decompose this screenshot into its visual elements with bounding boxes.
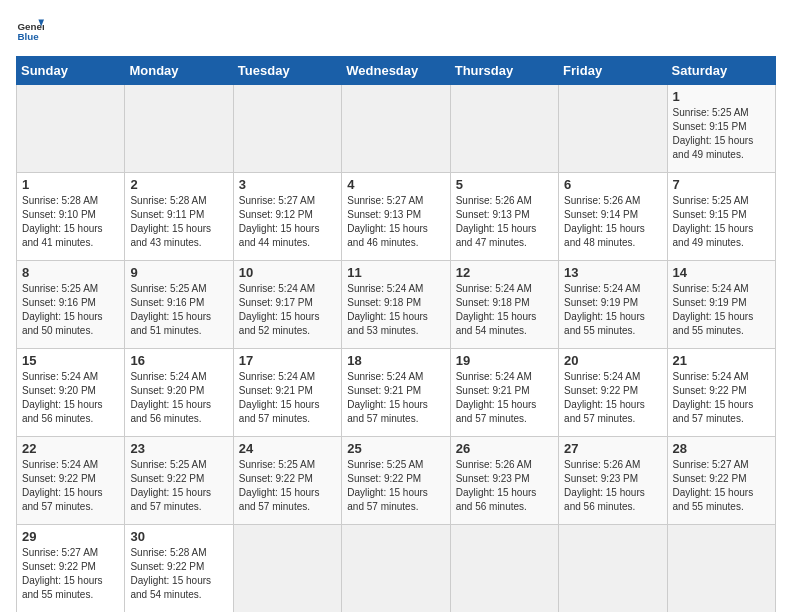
day-number: 9 bbox=[130, 265, 227, 280]
day-number: 2 bbox=[130, 177, 227, 192]
calendar-cell bbox=[342, 85, 450, 173]
day-detail: Sunrise: 5:24 AMSunset: 9:18 PMDaylight:… bbox=[456, 282, 553, 338]
day-number: 18 bbox=[347, 353, 444, 368]
calendar-cell: 24Sunrise: 5:25 AMSunset: 9:22 PMDayligh… bbox=[233, 437, 341, 525]
calendar-cell: 15Sunrise: 5:24 AMSunset: 9:20 PMDayligh… bbox=[17, 349, 125, 437]
calendar-cell: 19Sunrise: 5:24 AMSunset: 9:21 PMDayligh… bbox=[450, 349, 558, 437]
calendar-cell: 20Sunrise: 5:24 AMSunset: 9:22 PMDayligh… bbox=[559, 349, 667, 437]
week-row-1: 1Sunrise: 5:25 AMSunset: 9:15 PMDaylight… bbox=[17, 85, 776, 173]
day-detail: Sunrise: 5:28 AMSunset: 9:22 PMDaylight:… bbox=[130, 546, 227, 602]
calendar-table: SundayMondayTuesdayWednesdayThursdayFrid… bbox=[16, 56, 776, 612]
day-detail: Sunrise: 5:27 AMSunset: 9:22 PMDaylight:… bbox=[22, 546, 119, 602]
day-detail: Sunrise: 5:24 AMSunset: 9:20 PMDaylight:… bbox=[22, 370, 119, 426]
day-number: 6 bbox=[564, 177, 661, 192]
calendar-cell bbox=[233, 85, 341, 173]
calendar-cell: 2Sunrise: 5:28 AMSunset: 9:11 PMDaylight… bbox=[125, 173, 233, 261]
calendar-cell: 21Sunrise: 5:24 AMSunset: 9:22 PMDayligh… bbox=[667, 349, 775, 437]
week-row-3: 8Sunrise: 5:25 AMSunset: 9:16 PMDaylight… bbox=[17, 261, 776, 349]
header-monday: Monday bbox=[125, 57, 233, 85]
calendar-cell: 14Sunrise: 5:24 AMSunset: 9:19 PMDayligh… bbox=[667, 261, 775, 349]
day-detail: Sunrise: 5:27 AMSunset: 9:22 PMDaylight:… bbox=[673, 458, 770, 514]
day-detail: Sunrise: 5:24 AMSunset: 9:21 PMDaylight:… bbox=[347, 370, 444, 426]
header-sunday: Sunday bbox=[17, 57, 125, 85]
day-number: 17 bbox=[239, 353, 336, 368]
day-detail: Sunrise: 5:25 AMSunset: 9:16 PMDaylight:… bbox=[130, 282, 227, 338]
day-detail: Sunrise: 5:24 AMSunset: 9:22 PMDaylight:… bbox=[22, 458, 119, 514]
day-number: 10 bbox=[239, 265, 336, 280]
calendar-cell: 25Sunrise: 5:25 AMSunset: 9:22 PMDayligh… bbox=[342, 437, 450, 525]
day-detail: Sunrise: 5:24 AMSunset: 9:18 PMDaylight:… bbox=[347, 282, 444, 338]
calendar-cell: 5Sunrise: 5:26 AMSunset: 9:13 PMDaylight… bbox=[450, 173, 558, 261]
day-number: 3 bbox=[239, 177, 336, 192]
day-detail: Sunrise: 5:24 AMSunset: 9:19 PMDaylight:… bbox=[564, 282, 661, 338]
day-number: 19 bbox=[456, 353, 553, 368]
calendar-header: SundayMondayTuesdayWednesdayThursdayFrid… bbox=[17, 57, 776, 85]
day-number: 27 bbox=[564, 441, 661, 456]
day-number: 25 bbox=[347, 441, 444, 456]
calendar-cell: 4Sunrise: 5:27 AMSunset: 9:13 PMDaylight… bbox=[342, 173, 450, 261]
page-header: General Blue bbox=[16, 16, 776, 44]
calendar-cell: 29Sunrise: 5:27 AMSunset: 9:22 PMDayligh… bbox=[17, 525, 125, 613]
logo-icon: General Blue bbox=[16, 16, 44, 44]
day-detail: Sunrise: 5:26 AMSunset: 9:23 PMDaylight:… bbox=[564, 458, 661, 514]
calendar-cell: 26Sunrise: 5:26 AMSunset: 9:23 PMDayligh… bbox=[450, 437, 558, 525]
calendar-cell bbox=[667, 525, 775, 613]
calendar-cell bbox=[559, 525, 667, 613]
day-detail: Sunrise: 5:28 AMSunset: 9:11 PMDaylight:… bbox=[130, 194, 227, 250]
calendar-cell: 12Sunrise: 5:24 AMSunset: 9:18 PMDayligh… bbox=[450, 261, 558, 349]
week-row-6: 29Sunrise: 5:27 AMSunset: 9:22 PMDayligh… bbox=[17, 525, 776, 613]
day-detail: Sunrise: 5:25 AMSunset: 9:15 PMDaylight:… bbox=[673, 194, 770, 250]
calendar-cell: 17Sunrise: 5:24 AMSunset: 9:21 PMDayligh… bbox=[233, 349, 341, 437]
day-detail: Sunrise: 5:27 AMSunset: 9:13 PMDaylight:… bbox=[347, 194, 444, 250]
day-number: 20 bbox=[564, 353, 661, 368]
day-number: 29 bbox=[22, 529, 119, 544]
day-number: 11 bbox=[347, 265, 444, 280]
day-detail: Sunrise: 5:24 AMSunset: 9:21 PMDaylight:… bbox=[456, 370, 553, 426]
week-row-4: 15Sunrise: 5:24 AMSunset: 9:20 PMDayligh… bbox=[17, 349, 776, 437]
day-detail: Sunrise: 5:25 AMSunset: 9:22 PMDaylight:… bbox=[347, 458, 444, 514]
day-number: 5 bbox=[456, 177, 553, 192]
day-number: 21 bbox=[673, 353, 770, 368]
calendar-cell: 23Sunrise: 5:25 AMSunset: 9:22 PMDayligh… bbox=[125, 437, 233, 525]
svg-text:Blue: Blue bbox=[17, 31, 39, 42]
calendar-cell: 16Sunrise: 5:24 AMSunset: 9:20 PMDayligh… bbox=[125, 349, 233, 437]
day-detail: Sunrise: 5:24 AMSunset: 9:22 PMDaylight:… bbox=[673, 370, 770, 426]
day-detail: Sunrise: 5:28 AMSunset: 9:10 PMDaylight:… bbox=[22, 194, 119, 250]
day-number: 23 bbox=[130, 441, 227, 456]
calendar-cell: 3Sunrise: 5:27 AMSunset: 9:12 PMDaylight… bbox=[233, 173, 341, 261]
header-thursday: Thursday bbox=[450, 57, 558, 85]
header-row: SundayMondayTuesdayWednesdayThursdayFrid… bbox=[17, 57, 776, 85]
header-saturday: Saturday bbox=[667, 57, 775, 85]
day-number: 14 bbox=[673, 265, 770, 280]
day-detail: Sunrise: 5:24 AMSunset: 9:19 PMDaylight:… bbox=[673, 282, 770, 338]
calendar-cell: 22Sunrise: 5:24 AMSunset: 9:22 PMDayligh… bbox=[17, 437, 125, 525]
calendar-cell: 8Sunrise: 5:25 AMSunset: 9:16 PMDaylight… bbox=[17, 261, 125, 349]
day-number: 28 bbox=[673, 441, 770, 456]
day-detail: Sunrise: 5:26 AMSunset: 9:13 PMDaylight:… bbox=[456, 194, 553, 250]
day-detail: Sunrise: 5:24 AMSunset: 9:21 PMDaylight:… bbox=[239, 370, 336, 426]
calendar-cell: 30Sunrise: 5:28 AMSunset: 9:22 PMDayligh… bbox=[125, 525, 233, 613]
calendar-cell: 10Sunrise: 5:24 AMSunset: 9:17 PMDayligh… bbox=[233, 261, 341, 349]
day-number: 15 bbox=[22, 353, 119, 368]
day-detail: Sunrise: 5:26 AMSunset: 9:23 PMDaylight:… bbox=[456, 458, 553, 514]
calendar-cell: 27Sunrise: 5:26 AMSunset: 9:23 PMDayligh… bbox=[559, 437, 667, 525]
day-number: 8 bbox=[22, 265, 119, 280]
header-wednesday: Wednesday bbox=[342, 57, 450, 85]
calendar-cell bbox=[233, 525, 341, 613]
day-detail: Sunrise: 5:25 AMSunset: 9:16 PMDaylight:… bbox=[22, 282, 119, 338]
calendar-cell bbox=[559, 85, 667, 173]
week-row-5: 22Sunrise: 5:24 AMSunset: 9:22 PMDayligh… bbox=[17, 437, 776, 525]
day-number: 26 bbox=[456, 441, 553, 456]
day-number: 1 bbox=[673, 89, 770, 104]
calendar-cell: 1Sunrise: 5:28 AMSunset: 9:10 PMDaylight… bbox=[17, 173, 125, 261]
calendar-cell: 11Sunrise: 5:24 AMSunset: 9:18 PMDayligh… bbox=[342, 261, 450, 349]
calendar-cell: 9Sunrise: 5:25 AMSunset: 9:16 PMDaylight… bbox=[125, 261, 233, 349]
header-tuesday: Tuesday bbox=[233, 57, 341, 85]
day-detail: Sunrise: 5:24 AMSunset: 9:22 PMDaylight:… bbox=[564, 370, 661, 426]
calendar-cell: 1Sunrise: 5:25 AMSunset: 9:15 PMDaylight… bbox=[667, 85, 775, 173]
day-number: 7 bbox=[673, 177, 770, 192]
day-number: 16 bbox=[130, 353, 227, 368]
calendar-cell: 18Sunrise: 5:24 AMSunset: 9:21 PMDayligh… bbox=[342, 349, 450, 437]
day-detail: Sunrise: 5:27 AMSunset: 9:12 PMDaylight:… bbox=[239, 194, 336, 250]
calendar-cell bbox=[450, 85, 558, 173]
